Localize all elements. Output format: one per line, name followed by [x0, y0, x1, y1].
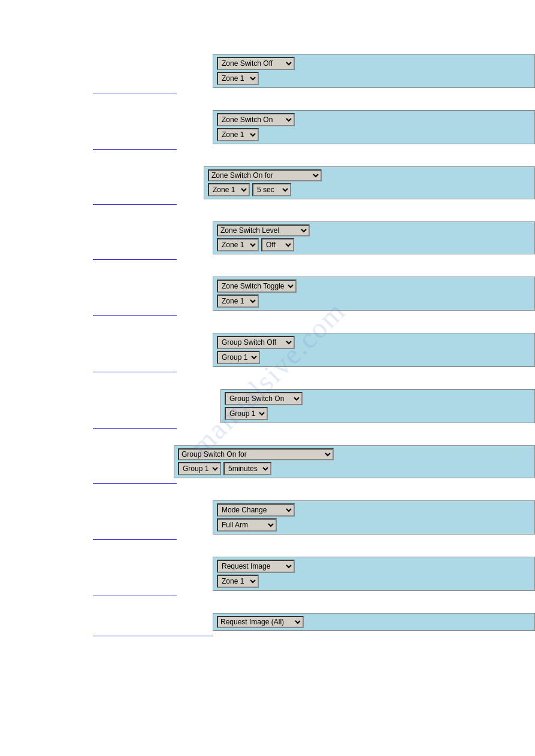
group-switch-on-widget: Group Switch On Group 1 — [220, 389, 535, 423]
zone-switch-on-widget: Zone Switch On Zone 1 — [213, 110, 535, 144]
divider-4 — [93, 259, 177, 260]
mode-change-section: Mode Change Full Arm — [0, 494, 535, 535]
mode-change-select[interactable]: Mode Change — [217, 503, 295, 517]
zone-switch-toggle-section: Zone Switch Toggle Zone 1 — [0, 271, 535, 311]
zone-switch-on-section: Zone Switch On Zone 1 — [0, 104, 535, 144]
divider-10 — [93, 596, 177, 596]
request-image-all-widget: Request Image (All) — [213, 613, 535, 631]
zone-switch-level-select[interactable]: Zone Switch Level — [217, 224, 310, 236]
zone-switch-on-zone-select[interactable]: Zone 1 — [217, 128, 259, 141]
divider-2 — [93, 149, 177, 150]
group-switch-off-group-select[interactable]: Group 1 — [217, 351, 260, 364]
group-switch-on-for-select[interactable]: Group Switch On for — [178, 448, 334, 460]
zone-switch-off-zone-select[interactable]: Zone 1 — [217, 72, 259, 85]
group-switch-on-for-section: Group Switch On for Group 1 5minutes — [0, 439, 535, 478]
divider-8 — [93, 483, 177, 484]
group-switch-on-for-widget: Group Switch On for Group 1 5minutes — [174, 445, 535, 478]
zone-switch-level-section: Zone Switch Level Zone 1 Off — [0, 215, 535, 254]
zone-switch-level-widget: Zone Switch Level Zone 1 Off — [213, 221, 535, 254]
divider-7 — [93, 428, 177, 429]
request-image-select[interactable]: Request Image — [217, 560, 295, 573]
divider-3 — [93, 204, 177, 205]
zone-switch-on-for-time-select[interactable]: 5 sec — [252, 183, 291, 196]
divider-6 — [93, 372, 177, 372]
zone-switch-on-for-widget: Zone Switch On for Zone 1 5 sec — [204, 166, 535, 199]
zone-switch-on-select[interactable]: Zone Switch On — [217, 113, 295, 126]
request-image-all-select[interactable]: Request Image (All) — [217, 616, 304, 628]
divider-5 — [93, 315, 177, 316]
zone-switch-toggle-zone-select[interactable]: Zone 1 — [217, 294, 259, 308]
group-switch-off-widget: Group Switch Off Group 1 — [213, 333, 535, 367]
zone-switch-on-for-zone-select[interactable]: Zone 1 — [208, 183, 250, 196]
mode-change-mode-select[interactable]: Full Arm — [217, 518, 277, 532]
divider-9 — [93, 539, 177, 540]
zone-switch-off-section: Zone Switch Off Zone 1 — [0, 48, 535, 88]
zone-switch-level-level-select[interactable]: Off — [261, 238, 294, 251]
group-switch-off-section: Group Switch Off Group 1 — [0, 327, 535, 367]
zone-switch-off-select[interactable]: Zone Switch Off — [217, 57, 295, 70]
zone-switch-toggle-select[interactable]: Zone Switch Toggle — [217, 280, 297, 293]
request-image-all-section: Request Image (All) — [0, 607, 535, 631]
group-switch-off-select[interactable]: Group Switch Off — [217, 336, 295, 349]
zone-switch-on-for-select[interactable]: Zone Switch On for — [208, 169, 322, 181]
zone-switch-on-for-section: Zone Switch On for Zone 1 5 sec — [0, 160, 535, 199]
zone-switch-off-widget: Zone Switch Off Zone 1 — [213, 54, 535, 88]
divider-11 — [93, 636, 213, 636]
group-switch-on-for-group-select[interactable]: Group 1 — [178, 462, 221, 475]
group-switch-on-for-time-select[interactable]: 5minutes — [223, 462, 271, 475]
zone-switch-level-zone-select[interactable]: Zone 1 — [217, 238, 259, 251]
zone-switch-toggle-widget: Zone Switch Toggle Zone 1 — [213, 277, 535, 311]
group-switch-on-select[interactable]: Group Switch On — [225, 392, 303, 405]
request-image-widget: Request Image Zone 1 — [213, 557, 535, 591]
mode-change-widget: Mode Change Full Arm — [213, 500, 535, 535]
group-switch-on-group-select[interactable]: Group 1 — [225, 407, 268, 420]
divider-1 — [93, 93, 177, 93]
group-switch-on-section: Group Switch On Group 1 — [0, 383, 535, 423]
request-image-zone-select[interactable]: Zone 1 — [217, 575, 259, 588]
request-image-section: Request Image Zone 1 — [0, 551, 535, 591]
